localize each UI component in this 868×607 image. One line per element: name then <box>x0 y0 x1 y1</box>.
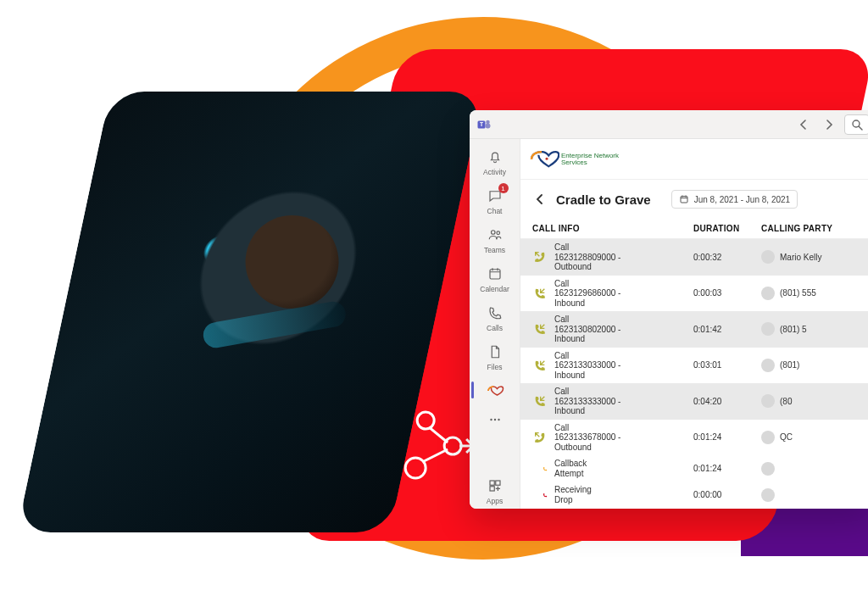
ellipsis-icon <box>486 410 504 429</box>
calendar-icon <box>679 194 689 204</box>
outbound-call-icon <box>532 249 548 265</box>
drop-call-icon <box>532 487 548 503</box>
rail-ens-app[interactable] <box>471 376 519 404</box>
table-row[interactable]: Call1623133033000 -Inbound0:03:01(801) <box>520 348 868 384</box>
page-title: Cradle to Grave <box>556 192 651 207</box>
table-row[interactable]: Call1623129686000 -Inbound0:00:03(801) 5… <box>520 276 868 312</box>
calling-party-cell: (801) <box>780 360 865 370</box>
date-range-label: Jun 8, 2021 - Jun 8, 2021 <box>694 195 790 204</box>
table-row[interactable]: Call1623133333000 -Inbound0:04:20(80 <box>520 383 868 420</box>
date-range-picker[interactable]: Jun 8, 2021 - Jun 8, 2021 <box>671 190 798 209</box>
rail-calls[interactable]: Calls <box>471 298 519 336</box>
avatar <box>761 359 775 372</box>
svg-rect-6 <box>486 123 491 128</box>
brand-line2: Services <box>561 159 619 166</box>
svg-point-9 <box>496 231 499 235</box>
phone-icon <box>486 304 504 322</box>
table-row[interactable]: Call1623130802000 -Inbound0:01:42(801) 5 <box>520 311 868 348</box>
call-info-cell: Call1623133333000 -Inbound <box>554 387 693 416</box>
avatar <box>761 250 775 264</box>
duration-cell: 0:01:42 <box>693 325 761 334</box>
calling-party-cell: (801) 555 <box>780 288 865 298</box>
svg-rect-15 <box>495 481 499 485</box>
outbound-call-icon <box>532 430 548 445</box>
inbound-call-icon <box>532 321 548 337</box>
back-button[interactable] <box>532 192 548 207</box>
svg-point-1 <box>417 412 434 429</box>
svg-rect-10 <box>490 270 500 279</box>
table-row[interactable]: CallbackAttempt0:01:24 <box>520 455 868 482</box>
rail-label: Activity <box>483 168 506 176</box>
duration-cell: 0:00:03 <box>693 288 761 298</box>
rail-more[interactable] <box>471 405 519 432</box>
rail-activity[interactable]: Activity <box>471 142 519 180</box>
call-info-cell: CallbackAttempt <box>554 459 693 478</box>
title-row: Cradle to Grave Jun 8, 2021 - Jun 8, 202… <box>520 180 868 217</box>
calling-party-cell: Mario Kelly <box>780 253 865 262</box>
col-duration: DURATION <box>693 224 761 233</box>
table-row[interactable]: ReceivingDrop0:00:00 <box>520 482 868 508</box>
inbound-call-icon <box>532 286 548 301</box>
svg-point-17 <box>546 157 548 159</box>
svg-rect-18 <box>681 197 687 203</box>
duration-cell: 0:04:20 <box>693 397 761 406</box>
file-icon <box>486 342 504 361</box>
rail-label: Calendar <box>480 285 509 293</box>
rail-label: Chat <box>487 207 503 215</box>
avatar <box>761 462 775 476</box>
brand-row: Enterprise Network Services <box>520 139 868 180</box>
call-info-cell: Call1623128809000 -Outbound <box>554 242 693 272</box>
chevron-left-icon <box>535 194 545 204</box>
call-info-cell: Call1623129686000 -Inbound <box>554 279 693 309</box>
table-row[interactable]: Call1623133678000 -Outbound0:01:24QC <box>520 420 868 456</box>
calendar-icon <box>486 265 504 283</box>
rail-files[interactable]: Files <box>471 337 519 375</box>
brand-text: Enterprise Network Services <box>561 153 619 166</box>
svg-point-0 <box>405 458 426 478</box>
duration-cell: 0:00:32 <box>693 253 761 262</box>
rail-label: Apps <box>487 497 503 505</box>
svg-point-13 <box>498 419 499 420</box>
chevron-right-icon <box>824 120 834 130</box>
call-info-cell: Call1623133033000 -Inbound <box>554 351 693 381</box>
teams-app-window: T Activity 1 <box>470 110 868 509</box>
duration-cell: 0:01:24 <box>693 432 761 442</box>
call-info-cell: Call1623130802000 -Inbound <box>554 315 693 344</box>
call-info-cell: Call1623133678000 -Outbound <box>554 423 693 453</box>
table-header: CALL INFO DURATION CALLING PARTY <box>520 217 868 239</box>
call-info-cell: ReceivingDrop <box>554 485 693 504</box>
rail-label: Files <box>487 363 503 371</box>
rail-label: Calls <box>487 324 503 332</box>
callback-call-icon <box>532 461 548 476</box>
app-main: Enterprise Network Services Cradle to Gr… <box>520 139 868 509</box>
search-button[interactable] <box>844 114 868 135</box>
duration-cell: 0:01:24 <box>693 464 761 473</box>
search-icon <box>851 119 863 131</box>
svg-point-12 <box>493 419 495 420</box>
nav-forward-button[interactable] <box>819 114 839 135</box>
rail-apps[interactable]: Apps <box>471 471 519 509</box>
svg-rect-16 <box>490 487 494 491</box>
avatar <box>761 287 775 300</box>
avatar <box>761 431 775 444</box>
chat-badge: 1 <box>498 183 509 193</box>
calling-party-cell: (80 <box>780 397 865 406</box>
inbound-call-icon <box>532 358 548 373</box>
col-calling-party: CALLING PARTY <box>761 224 865 233</box>
table-rows: Call1623128809000 -Outbound0:00:32Mario … <box>520 239 868 509</box>
svg-point-11 <box>490 419 492 420</box>
calling-party-cell: (801) 5 <box>780 325 865 334</box>
rail-calendar[interactable]: Calendar <box>471 259 519 297</box>
bell-icon <box>486 148 504 166</box>
table-row[interactable]: Call1623128809000 -Outbound0:00:32Mario … <box>520 239 868 276</box>
avatar <box>761 322 775 336</box>
rail-label: Teams <box>484 246 505 254</box>
nav-back-button[interactable] <box>793 114 814 135</box>
duration-cell: 0:03:01 <box>693 360 761 370</box>
rail-teams[interactable]: Teams <box>471 220 519 258</box>
inbound-call-icon <box>532 393 548 409</box>
window-topbar: T <box>470 110 868 139</box>
col-call-info: CALL INFO <box>532 224 693 233</box>
app-rail: Activity 1 Chat Teams Calendar Cal <box>470 139 520 509</box>
rail-chat[interactable]: 1 Chat <box>471 181 519 219</box>
